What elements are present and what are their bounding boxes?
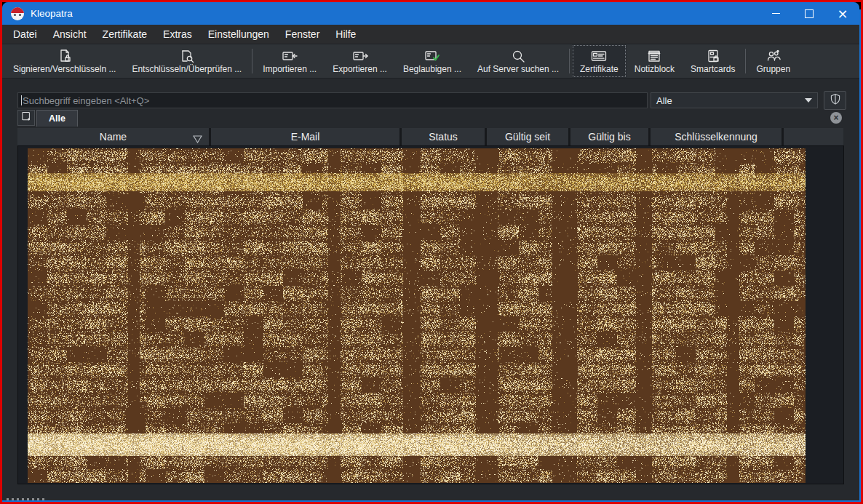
toolbar-label: Entschlüsseln/Überprüfen ... <box>132 64 242 74</box>
menu-extras[interactable]: Extras <box>155 25 200 44</box>
screenshot-annotation-border: Kleopatra × Datei Ansicht Zertifikate Ex… <box>0 0 863 504</box>
column-header-email[interactable]: E-Mail <box>211 128 399 145</box>
table-header-row: Name E-Mail Status Gültig seit Gültig bi… <box>17 128 843 145</box>
people-group-icon <box>765 48 782 64</box>
title-bar[interactable]: Kleopatra × <box>2 2 859 25</box>
maximize-icon <box>805 9 814 18</box>
smartcards-button[interactable]: Smartcards <box>683 44 743 78</box>
toolbar-label: Gruppen <box>756 64 790 74</box>
menu-fenster[interactable]: Fenster <box>277 25 327 44</box>
column-header-name[interactable]: Name <box>17 128 209 145</box>
column-label: Gültig bis <box>588 131 630 143</box>
card-check-icon <box>424 48 440 64</box>
toolbar-label: Zertifikate <box>580 64 619 74</box>
column-label: Schlüsselkennung <box>675 131 757 143</box>
column-header-schluesselkennung[interactable]: Schlüsselkennung <box>651 128 782 145</box>
minimize-button[interactable] <box>759 2 792 25</box>
new-tab-icon <box>20 111 32 125</box>
new-tab-button[interactable] <box>17 110 35 126</box>
chevron-down-icon <box>805 98 812 103</box>
document-magnifier-icon <box>179 48 195 64</box>
document-lock-icon <box>57 48 73 64</box>
id-card-icon <box>591 48 607 64</box>
redacted-certificate-rows[interactable] <box>28 148 806 483</box>
menu-datei[interactable]: Datei <box>5 25 45 44</box>
toolbar-label: Auf Server suchen ... <box>477 64 559 74</box>
card-arrow-out-icon <box>352 48 368 64</box>
minimize-icon <box>772 13 780 15</box>
filter-selected-value: Alle <box>656 95 672 106</box>
toolbar-label: Smartcards <box>691 64 735 74</box>
column-label: Gültig seit <box>505 131 550 143</box>
certificates-view-button[interactable]: Zertifikate <box>572 44 627 78</box>
column-label: Name <box>100 131 127 143</box>
menu-einstellungen[interactable]: Einstellungen <box>200 25 277 44</box>
kleopatra-window: Kleopatra × Datei Ansicht Zertifikate Ex… <box>2 2 859 500</box>
search-server-button[interactable]: Auf Server suchen ... <box>469 44 567 78</box>
toolbar-label: Signieren/Verschlüsseln ... <box>13 64 116 74</box>
maximize-button[interactable] <box>792 2 826 25</box>
window-edge-accent-bottom <box>2 500 861 502</box>
column-header-gueltig-seit[interactable]: Gültig seit <box>487 128 568 145</box>
column-header-gueltig-bis[interactable]: Gültig bis <box>570 128 648 145</box>
tab-label: Alle <box>49 113 65 124</box>
close-button[interactable]: × <box>826 2 859 25</box>
shield-icon <box>829 92 842 109</box>
text-caret <box>21 95 22 105</box>
column-label: E-Mail <box>291 131 320 143</box>
window-edge-accent-right <box>859 9 861 502</box>
kleopatra-logo-icon <box>11 7 24 20</box>
gpg-status-button[interactable] <box>824 91 846 110</box>
toolbar-separator <box>569 49 570 73</box>
window-title: Kleopatra <box>31 8 73 19</box>
notepad-icon <box>646 48 662 64</box>
decrypt-verify-button[interactable]: Entschlüsseln/Überprüfen ... <box>124 44 250 78</box>
magnifier-icon <box>510 48 526 64</box>
clear-filter-button[interactable]: × <box>830 112 842 124</box>
clear-circle-icon: × <box>833 113 838 123</box>
toolbar-label: Beglaubigen ... <box>403 64 461 74</box>
toolbar-label: Exportieren ... <box>333 64 387 74</box>
toolbar-label: Notizblock <box>635 64 675 74</box>
certificate-list-area[interactable] <box>17 145 844 484</box>
certify-button[interactable]: Beglaubigen ... <box>395 44 469 78</box>
close-icon: × <box>837 7 848 20</box>
column-header-filler <box>784 128 843 145</box>
toolbar-label: Importieren ... <box>263 64 317 74</box>
smartcard-lock-icon <box>705 48 721 64</box>
groups-button[interactable]: Gruppen <box>748 44 798 78</box>
toolbar-separator <box>252 49 252 73</box>
import-button[interactable]: Importieren ... <box>255 44 325 78</box>
certificate-filter-dropdown[interactable]: Alle <box>651 92 818 108</box>
toolbar-separator <box>745 49 746 73</box>
tab-alle[interactable]: Alle <box>36 110 78 127</box>
column-header-status[interactable]: Status <box>402 128 485 145</box>
menu-zertifikate[interactable]: Zertifikate <box>95 25 155 44</box>
menu-hilfe[interactable]: Hilfe <box>327 25 364 44</box>
window-controls: × <box>759 2 859 25</box>
notepad-button[interactable]: Notizblock <box>627 44 683 78</box>
search-input[interactable] <box>17 92 648 108</box>
sign-encrypt-button[interactable]: Signieren/Verschlüsseln ... <box>5 44 124 78</box>
menu-ansicht[interactable]: Ansicht <box>45 25 95 44</box>
main-toolbar: Signieren/Verschlüsseln ... Entschlüssel… <box>2 44 859 79</box>
menu-bar: Datei Ansicht Zertifikate Extras Einstel… <box>2 25 859 44</box>
card-arrow-in-icon <box>282 48 298 64</box>
column-label: Status <box>429 131 458 143</box>
export-button[interactable]: Exportieren ... <box>325 44 395 78</box>
